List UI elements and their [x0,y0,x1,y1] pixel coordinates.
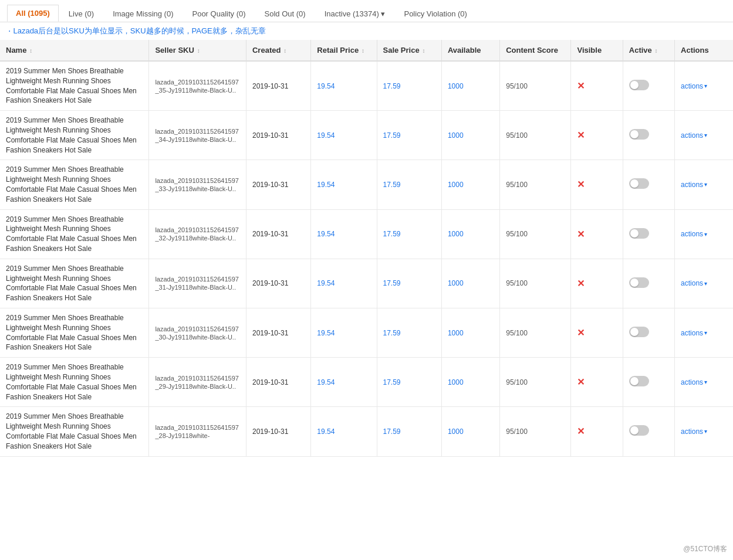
retail-price-cell[interactable]: 19.54 [311,308,377,357]
active-toggle[interactable] [629,228,649,239]
table-row: 2019 Summer Men Shoes Breathable Lightwe… [0,259,733,308]
sale-price-cell[interactable]: 17.59 [377,61,441,111]
sale-price-link[interactable]: 17.59 [383,181,401,189]
seller-sku: lazada_20191031152641597_31-Jy19118white… [155,276,239,291]
col-header-retail_price[interactable]: Retail Price ↕ [311,40,377,61]
sale-price-link[interactable]: 17.59 [383,329,401,337]
tab-bar: All (1095)Live (0)Image Missing (0)Poor … [0,0,733,22]
actions-cell[interactable]: actions ▾ [675,358,733,407]
active-cell[interactable] [623,111,674,160]
content-score-cell: 95/100 [500,160,571,209]
actions-dropdown-arrow-icon: ▾ [704,428,707,435]
retail-price-link[interactable]: 19.54 [317,131,335,140]
visible-x-icon: ✕ [577,81,585,91]
sale-price-cell[interactable]: 17.59 [377,160,441,209]
retail-price-cell[interactable]: 19.54 [311,407,377,456]
active-cell[interactable] [623,308,674,357]
tab-all[interactable]: All (1095) [7,5,59,22]
product-name-cell: 2019 Summer Men Shoes Breathable Lightwe… [0,407,149,456]
active-toggle[interactable] [629,80,649,90]
active-cell[interactable] [623,259,674,308]
tab-poor-quality[interactable]: Poor Quality (0) [183,5,254,22]
active-toggle[interactable] [629,277,649,288]
seller-sku: lazada_20191031152641597_33-Jy19118white… [155,177,239,192]
active-cell[interactable] [623,61,674,111]
col-header-seller_sku[interactable]: Seller SKU ↕ [149,40,246,61]
retail-price-link[interactable]: 19.54 [317,279,335,287]
active-toggle[interactable] [629,129,649,140]
retail-price-link[interactable]: 19.54 [317,230,335,238]
seller-sku-cell: lazada_20191031152641597_31-Jy19118white… [149,259,246,308]
active-toggle[interactable] [629,376,649,386]
sale-price-cell[interactable]: 17.59 [377,209,441,259]
col-header-name[interactable]: Name ↕ [0,40,149,61]
available-value: 1000 [448,279,464,287]
actions-button[interactable]: actions ▾ [681,230,707,238]
retail-price-link[interactable]: 19.54 [317,82,335,90]
retail-price-cell[interactable]: 19.54 [311,111,377,160]
created-cell: 2019-10-31 [246,111,310,160]
product-name: 2019 Summer Men Shoes Breathable Lightwe… [6,165,137,203]
col-header-active[interactable]: Active ↕ [623,40,674,61]
actions-cell[interactable]: actions ▾ [675,209,733,259]
seller-sku-cell: lazada_20191031152641597_30-Jy19118white… [149,308,246,357]
active-cell[interactable] [623,209,674,259]
retail-price-link[interactable]: 19.54 [317,329,335,337]
retail-price-link[interactable]: 19.54 [317,427,335,436]
tab-policy-violation[interactable]: Policy Violation (0) [395,5,475,22]
retail-price-cell[interactable]: 19.54 [311,61,377,111]
tab-sold-out[interactable]: Sold Out (0) [256,5,315,22]
actions-button[interactable]: actions ▾ [681,131,707,140]
actions-cell[interactable]: actions ▾ [675,61,733,111]
col-header-created[interactable]: Created ↕ [246,40,310,61]
active-cell[interactable] [623,358,674,407]
actions-dropdown-arrow-icon: ▾ [704,280,707,287]
actions-cell[interactable]: actions ▾ [675,407,733,456]
active-toggle[interactable] [629,327,649,337]
seller-sku: lazada_20191031152641597_28-Jy19118white… [155,424,239,439]
table-row: 2019 Summer Men Shoes Breathable Lightwe… [0,111,733,160]
active-toggle[interactable] [629,425,649,436]
sale-price-cell[interactable]: 17.59 [377,407,441,456]
sale-price-link[interactable]: 17.59 [383,131,401,140]
product-name: 2019 Summer Men Shoes Breathable Lightwe… [6,314,137,351]
retail-price-link[interactable]: 19.54 [317,378,335,386]
actions-button[interactable]: actions ▾ [681,427,707,436]
retail-price-link[interactable]: 19.54 [317,181,335,189]
actions-button[interactable]: actions ▾ [681,378,707,386]
tab-live[interactable]: Live (0) [60,5,103,22]
seller-sku-cell: lazada_20191031152641597_32-Jy19118white… [149,209,246,259]
tab-inactive[interactable]: Inactive (13374) ▾ [316,5,394,22]
actions-button[interactable]: actions ▾ [681,82,707,90]
active-cell[interactable] [623,407,674,456]
active-cell[interactable] [623,160,674,209]
col-header-sale_price[interactable]: Sale Price ↕ [377,40,441,61]
sort-icon-seller_sku: ↕ [195,47,200,54]
retail-price-cell[interactable]: 19.54 [311,160,377,209]
tab-image-missing[interactable]: Image Missing (0) [104,5,182,22]
actions-button[interactable]: actions ▾ [681,279,707,287]
actions-cell[interactable]: actions ▾ [675,111,733,160]
retail-price-cell[interactable]: 19.54 [311,358,377,407]
actions-cell[interactable]: actions ▾ [675,308,733,357]
sort-icon-retail_price: ↕ [360,47,364,54]
content-score-value: 95/100 [506,230,528,238]
actions-button[interactable]: actions ▾ [681,329,707,337]
sale-price-link[interactable]: 17.59 [383,230,401,238]
retail-price-cell[interactable]: 19.54 [311,259,377,308]
actions-cell[interactable]: actions ▾ [675,160,733,209]
sale-price-cell[interactable]: 17.59 [377,358,441,407]
actions-cell[interactable]: actions ▾ [675,259,733,308]
sale-price-link[interactable]: 17.59 [383,82,401,90]
sale-price-link[interactable]: 17.59 [383,378,401,386]
actions-button[interactable]: actions ▾ [681,181,707,189]
active-toggle[interactable] [629,178,649,189]
product-name: 2019 Summer Men Shoes Breathable Lightwe… [6,363,137,401]
sale-price-link[interactable]: 17.59 [383,427,401,436]
sale-price-cell[interactable]: 17.59 [377,111,441,160]
sale-price-link[interactable]: 17.59 [383,279,401,287]
product-name: 2019 Summer Men Shoes Breathable Lightwe… [6,412,137,450]
sale-price-cell[interactable]: 17.59 [377,308,441,357]
sale-price-cell[interactable]: 17.59 [377,259,441,308]
retail-price-cell[interactable]: 19.54 [311,209,377,259]
